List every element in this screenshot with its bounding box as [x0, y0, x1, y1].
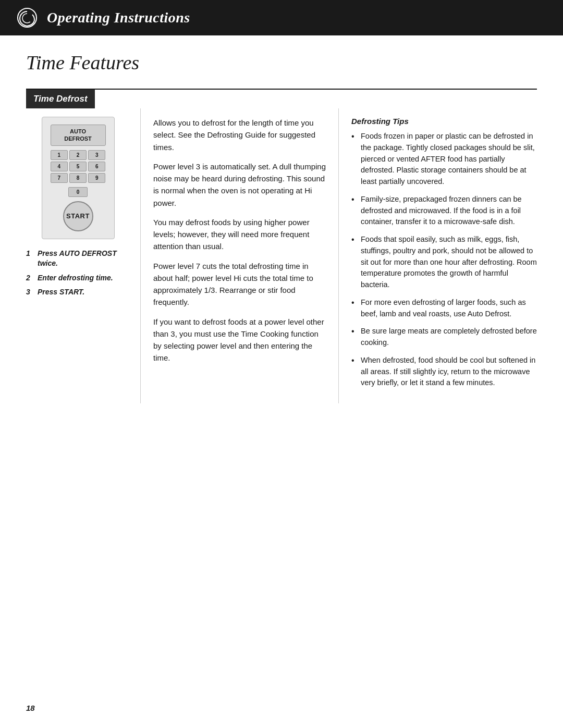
page-content: Time Features Time Defrost AUTO DEFROST … [0, 35, 563, 429]
key-9: 9 [88, 173, 105, 183]
section-header-text: Time Defrost [33, 94, 88, 104]
numpad: 1 2 3 4 5 6 7 8 9 [51, 150, 106, 183]
auto-defrost-button-diagram: AUTO DEFROST [51, 125, 106, 146]
brand-icon [16, 6, 39, 29]
step-1: 1 Press AUTO DEFROST twice. [26, 249, 130, 269]
start-button-wrap: START [51, 201, 106, 231]
auto-defrost-line1: AUTO [56, 128, 100, 135]
step-2-text: Enter defrosting time. [38, 273, 113, 283]
tip-3: Foods that spoil easily, such as milk, e… [351, 234, 537, 291]
page-number: 18 [26, 704, 35, 712]
tips-title: Defrosting Tips [351, 117, 537, 126]
page-title: Time Features [26, 51, 537, 74]
section-time-defrost: Time Defrost AUTO DEFROST 1 2 3 4 5 [26, 89, 537, 403]
header-title: Operating Instructions [47, 9, 190, 26]
step-2-number: 2 [26, 273, 34, 283]
main-text-5: If you want to defrost foods at a power … [153, 316, 326, 364]
key-1: 1 [51, 150, 68, 160]
main-text-2: Power level 3 is automatically set. A du… [153, 161, 326, 209]
tip-5: Be sure large meats are completely defro… [351, 326, 537, 349]
tip-1: Foods frozen in paper or plastic can be … [351, 131, 537, 188]
key-3: 3 [88, 150, 105, 160]
step-3-number: 3 [26, 287, 34, 298]
tips-list: Foods frozen in paper or plastic can be … [351, 131, 537, 389]
tip-2: Family-size, prepackaged frozen dinners … [351, 194, 537, 228]
key-5: 5 [69, 162, 87, 171]
step-3-text: Press START. [38, 287, 84, 298]
key-7: 7 [51, 173, 68, 183]
steps-list: 1 Press AUTO DEFROST twice. 2 Enter defr… [26, 249, 130, 298]
step-2: 2 Enter defrosting time. [26, 273, 130, 283]
main-text-4: Power level 7 cuts the total defrosting … [153, 260, 326, 309]
main-text-1: Allows you to defrost for the length of … [153, 117, 326, 153]
start-button-diagram: START [63, 201, 93, 231]
left-column: AUTO DEFROST 1 2 3 4 5 6 7 8 9 [26, 108, 141, 403]
key-4: 4 [51, 162, 68, 171]
keypad-diagram: AUTO DEFROST 1 2 3 4 5 6 7 8 9 [42, 117, 115, 239]
section-header: Time Defrost [26, 90, 95, 108]
key-2: 2 [69, 150, 87, 160]
middle-column: Allows you to defrost for the length of … [141, 108, 339, 403]
step-1-text: Press AUTO DEFROST twice. [38, 249, 130, 269]
step-3: 3 Press START. [26, 287, 130, 298]
key-0: 0 [68, 187, 88, 197]
auto-defrost-line2: DEFROST [56, 135, 100, 142]
right-column: Defrosting Tips Foods frozen in paper or… [339, 108, 537, 403]
tip-4: For more even defrosting of larger foods… [351, 297, 537, 320]
header: Operating Instructions [0, 0, 563, 35]
step-1-number: 1 [26, 249, 34, 269]
key-6: 6 [88, 162, 105, 171]
content-grid: AUTO DEFROST 1 2 3 4 5 6 7 8 9 [26, 108, 537, 403]
tip-6: When defrosted, food should be cool but … [351, 355, 537, 389]
main-text-3: You may defrost foods by using higher po… [153, 216, 326, 253]
key-8: 8 [69, 173, 87, 183]
